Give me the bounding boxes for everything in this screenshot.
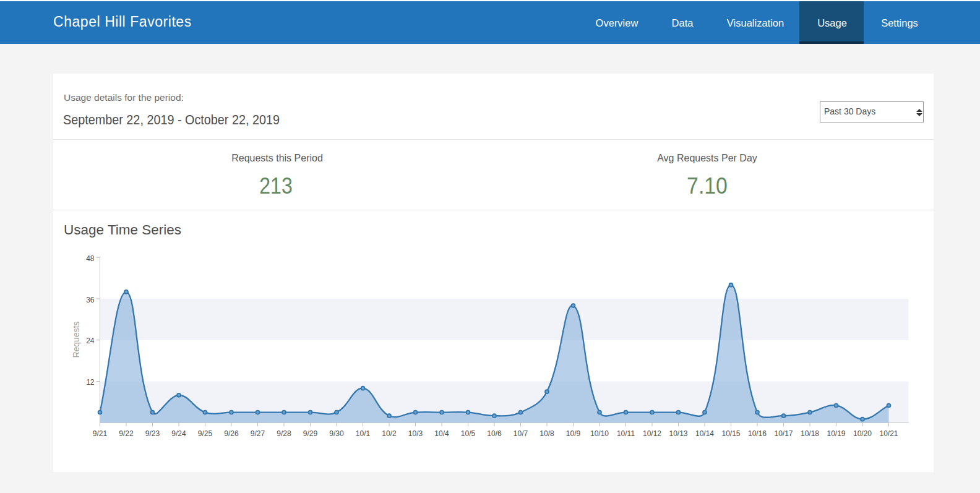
svg-text:9/28: 9/28: [277, 429, 291, 438]
svg-text:10/10: 10/10: [590, 429, 609, 438]
svg-text:Requests: Requests: [71, 321, 81, 358]
svg-text:10/13: 10/13: [669, 429, 687, 438]
svg-text:36: 36: [86, 296, 95, 304]
svg-text:9/23: 9/23: [145, 429, 160, 438]
svg-text:10/7: 10/7: [514, 429, 528, 438]
svg-text:10/21: 10/21: [879, 429, 898, 438]
svg-text:12: 12: [86, 378, 95, 387]
svg-text:48: 48: [86, 254, 95, 263]
svg-text:10/18: 10/18: [801, 429, 819, 438]
svg-text:9/26: 9/26: [224, 429, 239, 438]
svg-text:10/17: 10/17: [774, 429, 793, 438]
svg-text:10/6: 10/6: [487, 429, 502, 438]
svg-text:10/2: 10/2: [382, 429, 397, 438]
svg-text:10/20: 10/20: [853, 429, 872, 438]
svg-text:9/25: 9/25: [198, 429, 213, 438]
svg-text:10/8: 10/8: [539, 429, 554, 438]
svg-text:9/30: 9/30: [329, 429, 344, 438]
svg-text:10/9: 10/9: [566, 429, 581, 438]
svg-text:10/14: 10/14: [695, 429, 714, 438]
svg-text:9/27: 9/27: [251, 429, 265, 438]
svg-text:9/24: 9/24: [171, 429, 186, 438]
svg-text:10/19: 10/19: [827, 429, 845, 438]
svg-text:10/3: 10/3: [408, 429, 423, 438]
svg-text:9/22: 9/22: [119, 429, 134, 438]
svg-text:10/5: 10/5: [461, 429, 476, 438]
svg-text:10/15: 10/15: [721, 429, 740, 438]
svg-text:10/16: 10/16: [748, 429, 767, 438]
svg-text:10/1: 10/1: [356, 429, 371, 438]
svg-text:9/29: 9/29: [303, 429, 318, 438]
svg-text:10/4: 10/4: [434, 429, 449, 438]
svg-text:10/12: 10/12: [643, 429, 661, 438]
svg-text:9/21: 9/21: [93, 429, 108, 438]
svg-text:24: 24: [86, 337, 95, 345]
svg-text:10/11: 10/11: [617, 429, 635, 438]
